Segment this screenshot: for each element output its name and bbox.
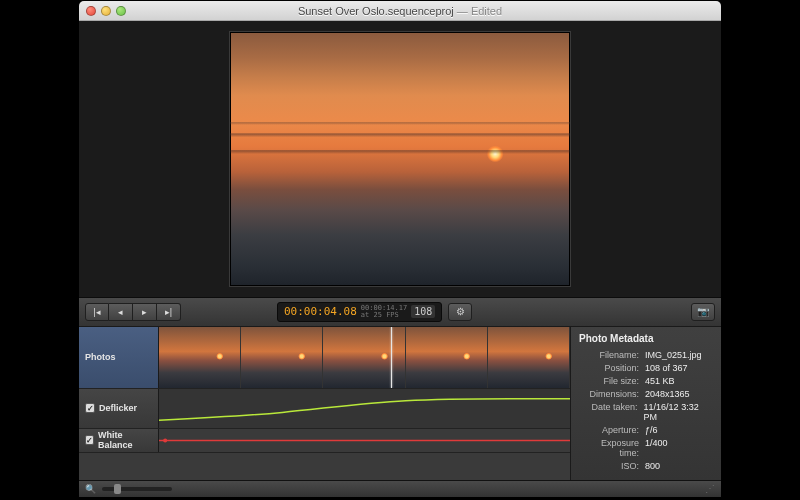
app-window: Sunset Over Oslo.sequenceproj — Edited |…: [78, 0, 722, 498]
timeline-toolbar: |◂ ◂ ▸ ▸| 00:00:04.08 00:00:14.17 at 25 …: [79, 298, 721, 327]
track-label: Photos: [85, 352, 116, 362]
timecode-display[interactable]: 00:00:04.08 00:00:14.17 at 25 FPS 108: [277, 302, 442, 322]
timeline-panel: |◂ ◂ ▸ ▸| 00:00:04.08 00:00:14.17 at 25 …: [79, 297, 721, 497]
track-header-photos[interactable]: Photos: [79, 327, 159, 388]
deflicker-curve: [159, 398, 570, 419]
status-bar: 🔍 ⋰: [79, 480, 721, 497]
timecode-current: 00:00:04.08: [284, 305, 357, 318]
tracks-area: Photos ✓: [79, 327, 571, 480]
preview-image[interactable]: [230, 32, 570, 286]
wb-curve-area[interactable]: [159, 429, 570, 452]
meta-row: Date taken:11/16/12 3:32 PM: [579, 402, 713, 422]
track-header-wb[interactable]: ✓ White Balance: [79, 429, 159, 452]
go-start-button[interactable]: |◂: [85, 303, 109, 321]
camera-icon: 📷: [697, 306, 709, 317]
frame-counter: 108: [411, 305, 435, 318]
wb-keyframe-icon[interactable]: [163, 438, 167, 442]
document-title: Sunset Over Oslo.sequenceproj: [298, 5, 454, 17]
track-deflicker: ✓ Deflicker: [79, 389, 570, 429]
track-label: White Balance: [98, 430, 152, 450]
meta-row: File size:451 KB: [579, 376, 713, 386]
wb-checkbox[interactable]: ✓: [85, 435, 94, 445]
playhead[interactable]: [391, 327, 392, 388]
track-header-deflicker[interactable]: ✓ Deflicker: [79, 389, 159, 428]
go-end-button[interactable]: ▸|: [157, 303, 181, 321]
track-label: Deflicker: [99, 403, 137, 413]
metadata-title: Photo Metadata: [579, 333, 713, 344]
metadata-panel: Photo Metadata Filename:IMG_0251.jpg Pos…: [571, 327, 721, 480]
thumbnail[interactable]: [406, 327, 488, 388]
window-title: Sunset Over Oslo.sequenceproj — Edited: [79, 5, 721, 17]
tracks-and-metadata: Photos ✓: [79, 327, 721, 480]
export-button[interactable]: 📷: [691, 303, 715, 321]
zoom-out-icon[interactable]: 🔍: [85, 484, 96, 494]
edited-indicator: — Edited: [457, 5, 502, 17]
meta-row: Filename:IMG_0251.jpg: [579, 350, 713, 360]
thumbnail[interactable]: [488, 327, 570, 388]
thumbnail[interactable]: [241, 327, 323, 388]
zoom-slider[interactable]: [102, 487, 172, 491]
meta-row: Dimensions:2048x1365: [579, 389, 713, 399]
play-button[interactable]: ▸: [133, 303, 157, 321]
timecode-sub: 00:00:14.17 at 25 FPS: [361, 305, 407, 319]
meta-row: Position:108 of 367: [579, 363, 713, 373]
gear-icon: ⚙: [456, 306, 465, 317]
deflicker-curve-area[interactable]: [159, 389, 570, 428]
thumbnail[interactable]: [159, 327, 241, 388]
meta-row: Aperture:ƒ/6: [579, 425, 713, 435]
photos-strip[interactable]: [159, 327, 570, 388]
track-photos: Photos: [79, 327, 570, 389]
playback-controls: |◂ ◂ ▸ ▸|: [85, 303, 181, 321]
resize-handle-icon[interactable]: ⋰: [705, 483, 715, 494]
settings-button[interactable]: ⚙: [448, 303, 472, 321]
track-white-balance: ✓ White Balance: [79, 429, 570, 453]
preview-area: [79, 21, 721, 297]
step-back-button[interactable]: ◂: [109, 303, 133, 321]
deflicker-checkbox[interactable]: ✓: [85, 403, 95, 413]
thumbnail[interactable]: [323, 327, 405, 388]
meta-row: Exposure time:1/400: [579, 438, 713, 458]
titlebar[interactable]: Sunset Over Oslo.sequenceproj — Edited: [79, 1, 721, 21]
meta-row: ISO:800: [579, 461, 713, 471]
